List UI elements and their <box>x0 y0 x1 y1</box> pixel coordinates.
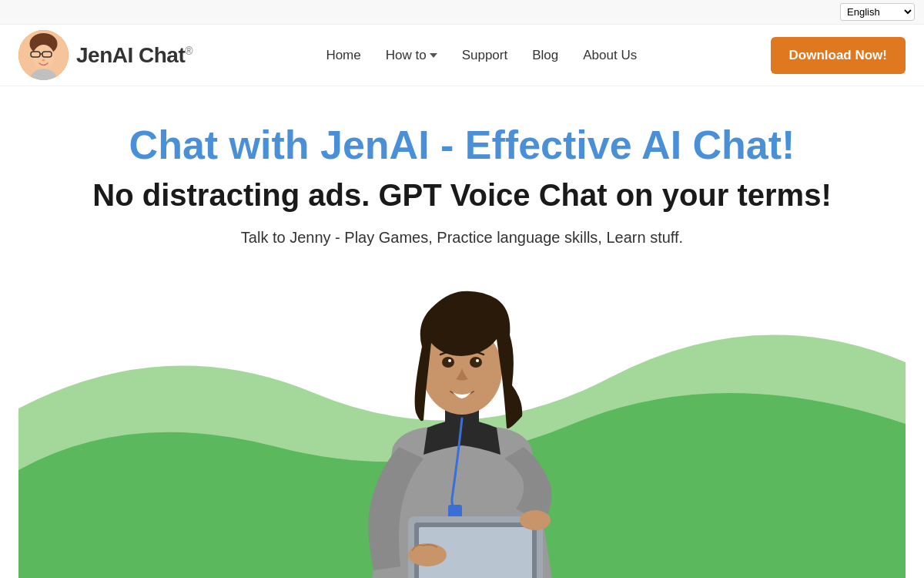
svg-point-13 <box>476 359 479 362</box>
chevron-down-icon <box>430 53 437 58</box>
download-button[interactable]: Download Now! <box>771 37 906 74</box>
logo-avatar-svg <box>18 30 69 80</box>
nav-item-home[interactable]: Home <box>326 48 360 63</box>
nav-link-blog[interactable]: Blog <box>532 48 558 62</box>
logo-trademark: ® <box>185 44 192 56</box>
nav-item-support[interactable]: Support <box>462 48 508 63</box>
nav-link-howto[interactable]: How to <box>386 48 437 63</box>
hero-wave-area <box>18 270 906 578</box>
nav-item-about[interactable]: About Us <box>583 48 637 63</box>
svg-point-12 <box>448 359 451 362</box>
person-container <box>316 277 608 578</box>
svg-point-6 <box>42 59 45 62</box>
logo-link[interactable]: JenAI Chat® <box>18 30 192 80</box>
nav-links: Home How to Support Blog About Us <box>326 48 637 63</box>
logo-avatar <box>18 30 69 80</box>
person-svg <box>316 277 608 578</box>
svg-point-10 <box>442 357 454 368</box>
hero-title-black: No distracting ads. GPT Voice Chat on yo… <box>18 176 906 213</box>
hero-section: Chat with JenAI - Effective AI Chat! No … <box>0 86 924 578</box>
logo-text: JenAI Chat® <box>76 43 192 68</box>
nav-link-about[interactable]: About Us <box>583 48 637 62</box>
language-select[interactable]: English Spanish French German Portuguese… <box>840 3 915 21</box>
nav-howto-label: How to <box>386 48 427 63</box>
nav-link-home[interactable]: Home <box>326 48 360 62</box>
navbar: JenAI Chat® Home How to Support Blog Abo… <box>0 25 924 86</box>
nav-item-blog[interactable]: Blog <box>532 48 558 63</box>
nav-link-support[interactable]: Support <box>462 48 508 62</box>
language-bar: English Spanish French German Portuguese… <box>0 0 924 25</box>
hero-subtitle: Talk to Jenny - Play Games, Practice lan… <box>18 229 906 247</box>
svg-point-11 <box>470 357 482 368</box>
svg-point-18 <box>520 510 551 530</box>
logo-name: JenAI Chat <box>76 43 185 67</box>
svg-point-17 <box>408 543 447 566</box>
nav-item-howto[interactable]: How to <box>386 48 437 63</box>
hero-title-blue: Chat with JenAI - Effective AI Chat! <box>18 123 906 167</box>
